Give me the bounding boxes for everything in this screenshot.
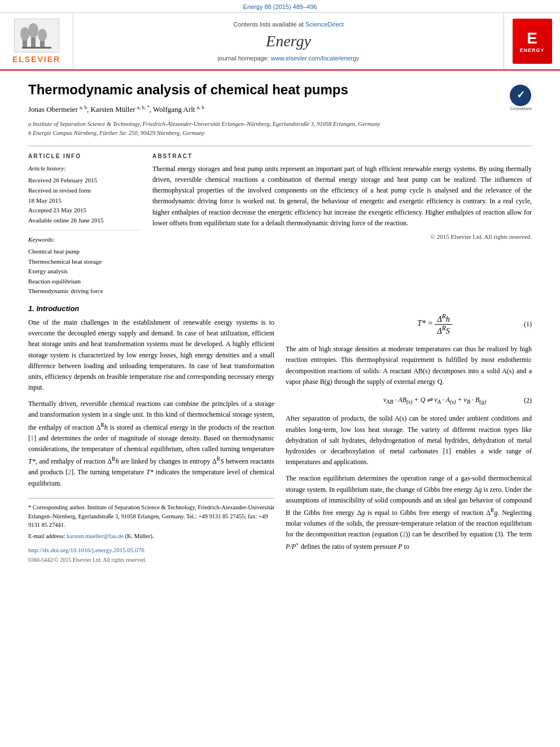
keyword-2: Thermochemical heat storage: [28, 257, 141, 267]
crossmark-icon: ✓: [510, 85, 531, 106]
history-label: Article history:: [28, 164, 141, 174]
citation-text: Energy 88 (2015) 489–496: [243, 3, 317, 10]
crossmark-label: CrossMark: [510, 106, 532, 111]
homepage-prefix: journal homepage:: [218, 55, 271, 62]
keyword-4: Reaction equilibrium: [28, 277, 141, 287]
keyword-5: Thermodynamic driving force: [28, 286, 141, 296]
svg-text:✓: ✓: [517, 89, 525, 101]
affiliation-b: b Energie Campus Nürnberg, Fürther Str. …: [28, 129, 532, 138]
right-para3: The reaction equilibrium determines the …: [286, 473, 532, 552]
author3: Wolfgang Arlt a, b: [153, 105, 204, 113]
svg-rect-6: [22, 47, 51, 49]
revised-date: 18 May 2015: [28, 196, 141, 206]
svg-point-1: [20, 27, 29, 41]
email-address[interactable]: karsten.mueller@fau.de: [67, 533, 124, 539]
energy-badge-letter: E: [527, 29, 537, 47]
footnote-star: * Corresponding author. Institute of Sep…: [28, 503, 274, 530]
info-abstract-section: ARTICLE INFO Article history: Received 2…: [28, 146, 532, 296]
info-divider: [28, 230, 141, 230]
copyright-line: © 2015 Elsevier Ltd. All rights reserved…: [152, 233, 532, 240]
formula-1-block: T* = ΔRh ΔRS (1): [286, 310, 532, 338]
article-info-column: ARTICLE INFO Article history: Received 2…: [28, 153, 141, 296]
sciencedirect-line: Contents lists available at ScienceDirec…: [233, 21, 344, 28]
energy-journal-badge: E ENERGY: [513, 19, 552, 64]
doi-link[interactable]: http://dx.doi.org/10.1016/j.energy.2015.…: [28, 547, 145, 553]
formula-1-number: (1): [509, 320, 532, 329]
page: Energy 88 (2015) 489–496 ELSEVIER: [0, 0, 560, 747]
intro-para1: One of the main challenges in the establ…: [28, 317, 274, 393]
crossmark-container: ✓ CrossMark: [510, 85, 532, 111]
energy-badge-text: ENERGY: [519, 47, 544, 53]
keywords-label: Keywords:: [28, 235, 141, 245]
sciencedirect-link[interactable]: ScienceDirect: [305, 21, 344, 28]
abstract-text: Thermal energy storages and heat pump un…: [152, 164, 532, 229]
issn-line: 0360-5442/© 2015 Elsevier Ltd. All right…: [28, 557, 274, 563]
keywords-block: Keywords: Chemical heat pump Thermochemi…: [28, 235, 141, 296]
journal-homepage: journal homepage: www.elsevier.com/locat…: [218, 55, 360, 62]
authors-line: Jonas Obermeier a, b, Karsten Müller a, …: [28, 104, 532, 114]
homepage-link[interactable]: www.elsevier.com/locate/energy: [271, 55, 360, 62]
doi-line: http://dx.doi.org/10.1016/j.energy.2015.…: [28, 545, 274, 554]
body-right-column: T* = ΔRh ΔRS (1) The aim of high storage…: [286, 304, 532, 563]
received-date: Received 26 February 2015: [28, 176, 141, 186]
ref-1[interactable]: 1: [30, 434, 34, 442]
journal-header-right: E ENERGY: [504, 13, 560, 69]
keyword-3: Exergy analysis: [28, 267, 141, 277]
formula-1: T* = ΔRh ΔRS: [360, 313, 509, 335]
elsevier-tree-logo: [14, 19, 59, 53]
accepted-date: Accepted 23 May 2015: [28, 206, 141, 216]
abstract-label: ABSTRACT: [152, 153, 532, 159]
email-label: E-mail address:: [28, 533, 67, 539]
footnote-email: E-mail address: karsten.mueller@fau.de (…: [28, 532, 274, 541]
formula-2-number: (2): [509, 396, 532, 405]
elsevier-logo-section: ELSEVIER: [0, 13, 73, 69]
formula-2-block: νAB · AB(s) + Q ⇌ νA · A(s) + νB · B(g) …: [286, 393, 532, 408]
journal-header-center: Contents lists available at ScienceDirec…: [73, 13, 504, 69]
elsevier-logo: ELSEVIER: [12, 19, 60, 64]
citation-bar: Energy 88 (2015) 489–496: [0, 0, 560, 13]
received-revised-label: Received in revised form: [28, 186, 141, 196]
intro-para2: Thermally driven, reversible chemical re…: [28, 399, 274, 489]
right-para-after-eq2: After separation of products, the solid …: [286, 413, 532, 468]
author2: Karsten Müller a, b, *: [90, 105, 149, 113]
article-info-label: ARTICLE INFO: [28, 153, 141, 159]
svg-point-5: [38, 29, 47, 41]
body-section: 1. Introduction One of the main challeng…: [28, 304, 532, 563]
keyword-1: Chemical heat pump: [28, 247, 141, 257]
ref-eq2[interactable]: 2: [403, 530, 406, 538]
affiliation-a: a Institute of Separation Science & Tech…: [28, 120, 532, 129]
email-person: (K. Müller).: [125, 533, 154, 539]
journal-name: Energy: [266, 32, 311, 50]
intro-heading: 1. Introduction: [28, 304, 274, 313]
journal-header: ELSEVIER Contents lists available at Sci…: [0, 13, 560, 71]
formula-2: νAB · AB(s) + Q ⇌ νA · A(s) + νB · B(g): [360, 396, 509, 405]
footnote-section: * Corresponding author. Institute of Sep…: [28, 498, 274, 563]
ref-2[interactable]: 2: [68, 468, 71, 476]
affiliations: a Institute of Separation Science & Tech…: [28, 120, 532, 138]
sciencedirect-prefix: Contents lists available at: [233, 21, 305, 28]
svg-point-3: [28, 23, 38, 38]
article-header: ✓ CrossMark Thermodynamic analysis of ch…: [28, 82, 532, 114]
article-body: ✓ CrossMark Thermodynamic analysis of ch…: [0, 71, 560, 574]
right-para-after-eq1: The aim of high storage densities at mod…: [286, 344, 532, 387]
available-date: Available online 26 June 2015: [28, 216, 141, 226]
body-left-column: 1. Introduction One of the main challeng…: [28, 304, 274, 563]
article-title: Thermodynamic analysis of chemical heat …: [28, 82, 532, 98]
abstract-column: ABSTRACT Thermal energy storages and hea…: [152, 153, 532, 296]
elsevier-wordmark: ELSEVIER: [12, 55, 60, 64]
article-history: Article history: Received 26 February 20…: [28, 164, 141, 226]
author1: Jonas Obermeier a, b: [28, 105, 87, 113]
